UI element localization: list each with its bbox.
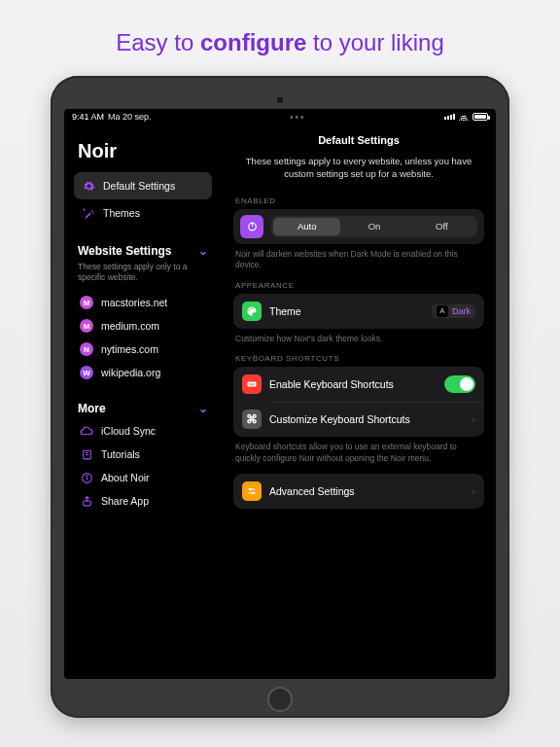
seg-off[interactable]: Off: [408, 218, 475, 235]
site-nytimes[interactable]: N nytimes.com: [74, 338, 212, 361]
marketing-headline: Easy to configure to your liking: [116, 29, 443, 56]
home-button[interactable]: [267, 687, 293, 712]
more-item-label: iCloud Sync: [101, 425, 156, 437]
chevron-down-icon: ⌄: [198, 402, 208, 415]
svg-rect-13: [250, 385, 255, 386]
svg-point-17: [253, 492, 255, 494]
svg-point-5: [86, 475, 87, 476]
site-avatar: M: [80, 296, 93, 309]
enabled-card: Auto On Off: [233, 209, 484, 244]
palette-icon: [242, 302, 262, 321]
keyboard-help: Keyboard shortcuts allow you to use an e…: [235, 442, 482, 464]
status-date: Ma 20 sep.: [108, 112, 152, 122]
wand-icon: [82, 206, 95, 220]
site-medium[interactable]: M medium.com: [74, 314, 212, 338]
more-item-label: Share App: [101, 495, 149, 507]
app-title: Noir: [78, 140, 208, 162]
website-settings-desc: These settings apply only to a specific …: [78, 262, 208, 283]
slider-icon: [242, 481, 262, 501]
page-title: Default Settings: [233, 134, 484, 146]
appearance-card: Theme A Dark: [233, 294, 484, 329]
enable-keyboard-row[interactable]: Enable Keyboard Shortcuts: [233, 367, 484, 402]
more-item-label: Tutorials: [101, 448, 140, 460]
sidebar-item-label: Themes: [103, 207, 140, 219]
keyboard-icon: [242, 374, 262, 394]
theme-value-pill: A Dark: [432, 304, 475, 318]
chevron-right-icon: ›: [472, 485, 475, 497]
more-share[interactable]: Share App: [74, 489, 212, 513]
theme-row[interactable]: Theme A Dark: [233, 294, 484, 329]
more-about[interactable]: About Noir: [74, 466, 212, 489]
site-label: macstories.net: [101, 297, 167, 308]
sidebar-item-default-settings[interactable]: Default Settings: [74, 172, 212, 199]
keyboard-label: KEYBOARD SHORTCUTS: [235, 354, 482, 363]
main-panel: Default Settings These settings apply to…: [222, 124, 496, 679]
wifi-icon: [459, 113, 469, 121]
battery-icon: [472, 113, 488, 121]
site-label: nytimes.com: [101, 343, 158, 355]
sidebar: Noir Default Settings Themes Website Set…: [64, 124, 222, 679]
keyboard-card: Enable Keyboard Shortcuts ⌘ Customize Ke…: [233, 367, 484, 437]
seg-auto[interactable]: Auto: [273, 218, 340, 235]
site-avatar: M: [80, 319, 93, 333]
site-avatar: N: [80, 342, 93, 356]
more-icloud-sync[interactable]: iCloud Sync: [74, 419, 212, 443]
keyboard-toggle[interactable]: [444, 375, 475, 393]
svg-point-15: [250, 488, 252, 490]
sidebar-item-themes[interactable]: Themes: [74, 199, 212, 227]
share-icon: [80, 494, 93, 508]
appearance-help: Customize how Noir's dark theme looks.: [235, 334, 482, 344]
more-header[interactable]: More ⌄: [78, 402, 208, 415]
site-label: medium.com: [101, 320, 159, 332]
chevron-right-icon: ›: [472, 413, 475, 425]
status-time: 9:41 AM: [72, 112, 104, 122]
enabled-label: ENABLED: [235, 196, 482, 205]
status-bar: 9:41 AM Ma 20 sep. •••: [64, 109, 496, 124]
power-button[interactable]: [240, 215, 263, 238]
ipad-frame: 9:41 AM Ma 20 sep. ••• Noir Default Sett…: [51, 76, 509, 718]
chevron-down-icon: ⌄: [198, 244, 208, 258]
site-wikipedia[interactable]: W wikipedia.org: [74, 361, 212, 384]
gear-icon: [82, 179, 95, 193]
appearance-label: APPEARANCE: [235, 281, 482, 290]
seg-on[interactable]: On: [340, 218, 407, 235]
sidebar-item-label: Default Settings: [103, 180, 175, 192]
more-item-label: About Noir: [101, 472, 150, 483]
svg-rect-11: [251, 383, 252, 384]
screen: 9:41 AM Ma 20 sep. ••• Noir Default Sett…: [64, 109, 496, 679]
cloud-icon: [80, 424, 93, 438]
site-macstories[interactable]: M macstories.net: [74, 291, 212, 314]
enabled-help: Noir will darken websites when Dark Mode…: [235, 249, 482, 271]
more-tutorials[interactable]: Tutorials: [74, 443, 212, 466]
svg-rect-10: [249, 383, 250, 384]
svg-rect-12: [253, 383, 254, 384]
multitask-dots[interactable]: •••: [290, 112, 306, 123]
info-icon: [80, 471, 93, 484]
customize-keyboard-row[interactable]: ⌘ Customize Keyboard Shortcuts ›: [233, 402, 484, 437]
command-icon: ⌘: [242, 409, 262, 429]
intro-text: These settings apply to every website, u…: [233, 156, 484, 191]
book-icon: [80, 447, 93, 461]
enabled-segmented[interactable]: Auto On Off: [271, 216, 477, 237]
svg-rect-9: [248, 382, 257, 387]
website-settings-header[interactable]: Website Settings ⌄: [78, 244, 208, 258]
camera-dot: [277, 97, 283, 103]
advanced-settings-row[interactable]: Advanced Settings ›: [233, 474, 484, 509]
site-avatar: W: [80, 366, 93, 379]
advanced-card: Advanced Settings ›: [233, 474, 484, 509]
site-label: wikipedia.org: [101, 367, 160, 378]
cellular-icon: [444, 114, 455, 120]
